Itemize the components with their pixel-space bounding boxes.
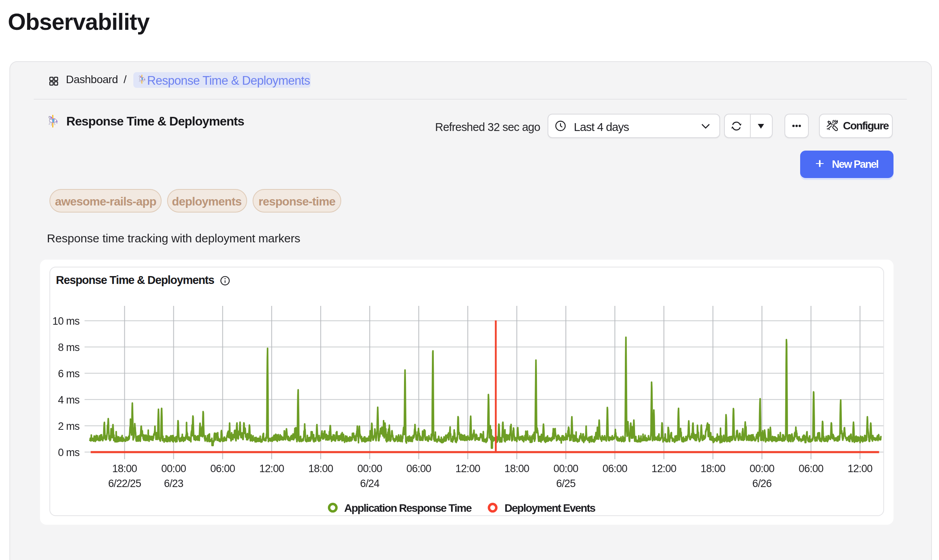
svg-text:12:00: 12:00: [651, 463, 676, 475]
svg-text:06:00: 06:00: [406, 463, 431, 475]
svg-text:6/22/25: 6/22/25: [108, 478, 141, 489]
svg-text:00:00: 00:00: [161, 463, 186, 475]
svg-text:18:00: 18:00: [701, 463, 725, 475]
svg-text:00:00: 00:00: [357, 463, 382, 475]
svg-text:0 ms: 0 ms: [58, 447, 80, 458]
svg-text:2 ms: 2 ms: [58, 420, 80, 432]
svg-text:18:00: 18:00: [308, 463, 333, 475]
svg-text:4 ms: 4 ms: [58, 394, 80, 406]
svg-text:10 ms: 10 ms: [53, 315, 80, 327]
svg-text:12:00: 12:00: [848, 463, 872, 475]
svg-text:06:00: 06:00: [799, 463, 823, 475]
svg-text:8 ms: 8 ms: [58, 342, 80, 353]
svg-text:06:00: 06:00: [602, 463, 627, 475]
svg-text:6/24: 6/24: [360, 478, 380, 489]
svg-text:00:00: 00:00: [750, 463, 774, 475]
svg-text:6/26: 6/26: [752, 478, 772, 489]
svg-text:6/23: 6/23: [164, 478, 183, 489]
svg-text:18:00: 18:00: [504, 463, 529, 475]
svg-text:18:00: 18:00: [112, 463, 137, 475]
svg-text:Deployment Events: Deployment Events: [504, 502, 595, 514]
svg-text:12:00: 12:00: [455, 463, 480, 475]
svg-text:06:00: 06:00: [210, 463, 235, 475]
svg-text:Application Response Time: Application Response Time: [344, 502, 471, 514]
svg-text:6 ms: 6 ms: [58, 368, 80, 380]
svg-text:6/25: 6/25: [556, 478, 575, 489]
svg-text:12:00: 12:00: [259, 463, 284, 475]
svg-text:00:00: 00:00: [553, 463, 578, 475]
